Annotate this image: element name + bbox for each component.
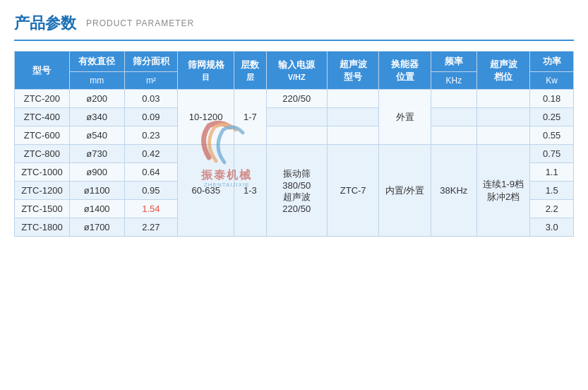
cell-model: ZTC-600 xyxy=(15,126,70,145)
col-area-unit: m² xyxy=(124,72,178,90)
cell-gear: 连续1-9档 脉冲2档 xyxy=(476,145,530,237)
cell-area: 1.54 xyxy=(124,200,178,218)
col-diam: 有效直径 xyxy=(69,52,124,72)
page-wrapper: 产品参数 PRODUCT PARAMETER 型号 有效直径 xyxy=(0,0,588,390)
cell-trans-model xyxy=(327,108,378,126)
cell-trans-pos: 内置/外置 xyxy=(379,145,431,237)
cell-mesh: 60-635 xyxy=(178,145,234,237)
cell-area: 2.27 xyxy=(124,218,178,237)
cell-area: 0.95 xyxy=(124,182,178,200)
cell-diameter: ø200 xyxy=(69,90,124,108)
cell-freq xyxy=(431,90,476,108)
cell-power-kw: 0.55 xyxy=(530,126,574,145)
cell-area: 0.09 xyxy=(124,108,178,126)
cell-diameter: ø540 xyxy=(69,126,124,145)
cell-power-input: 220/50 xyxy=(266,90,327,108)
cell-trans-pos: 外置 xyxy=(379,90,431,145)
col-mesh: 筛网规格目 xyxy=(178,52,234,90)
col-kw-unit: Kw xyxy=(530,72,574,90)
cell-layers: 1-3 xyxy=(234,145,266,237)
cell-power-kw: 0.25 xyxy=(530,108,574,126)
cell-freq: 38KHz xyxy=(431,145,476,237)
cell-area: 0.23 xyxy=(124,126,178,145)
cell-power-kw: 2.2 xyxy=(530,200,574,218)
cell-trans-model xyxy=(327,126,378,145)
page-title-en: PRODUCT PARAMETER xyxy=(86,18,194,28)
col-diam-unit: mm xyxy=(69,72,124,90)
col-trans-model: 超声波型号 xyxy=(327,52,378,90)
cell-diameter: ø340 xyxy=(69,108,124,126)
cell-power-kw: 1.5 xyxy=(530,182,574,200)
cell-layers: 1-7 xyxy=(234,90,266,145)
col-trans-pos: 换能器位置 xyxy=(379,52,431,90)
cell-model: ZTC-800 xyxy=(15,145,70,163)
cell-diameter: ø1100 xyxy=(69,182,124,200)
cell-diameter: ø1400 xyxy=(69,200,124,218)
cell-freq xyxy=(431,108,476,126)
cell-diameter: ø730 xyxy=(69,145,124,163)
col-layers: 层数层 xyxy=(234,52,266,90)
cell-model: ZTC-1000 xyxy=(15,163,70,182)
cell-model: ZTC-1200 xyxy=(15,182,70,200)
cell-model: ZTC-1800 xyxy=(15,218,70,237)
cell-model: ZTC-1500 xyxy=(15,200,70,218)
cell-model: ZTC-400 xyxy=(15,108,70,126)
cell-area: 0.42 xyxy=(124,145,178,163)
cell-diameter: ø900 xyxy=(69,163,124,182)
col-freq-unit: KHz xyxy=(431,72,476,90)
cell-power-kw: 0.75 xyxy=(530,145,574,163)
cell-diameter: ø1700 xyxy=(69,218,124,237)
col-gear: 超声波档位 xyxy=(476,52,530,90)
cell-power-kw: 1.1 xyxy=(530,163,574,182)
table-container: 型号 有效直径 筛分面积 筛网规格目 层数层 输入电源V/HZ 超声波型号 换能… xyxy=(14,51,574,237)
page-header: 产品参数 PRODUCT PARAMETER xyxy=(14,13,574,41)
cell-area: 0.03 xyxy=(124,90,178,108)
cell-gear xyxy=(476,126,530,145)
col-kw: 功率 xyxy=(530,52,574,72)
product-param-table: 型号 有效直径 筛分面积 筛网规格目 层数层 输入电源V/HZ 超声波型号 换能… xyxy=(14,51,574,237)
col-area: 筛分面积 xyxy=(124,52,178,72)
cell-trans-model xyxy=(327,90,378,108)
cell-power-input xyxy=(266,108,327,126)
cell-area: 0.64 xyxy=(124,163,178,182)
cell-power-kw: 3.0 xyxy=(530,218,574,237)
col-power-input: 输入电源V/HZ xyxy=(266,52,327,90)
cell-gear xyxy=(476,90,530,108)
cell-mesh: 10-1200 xyxy=(178,90,234,145)
col-model: 型号 xyxy=(15,52,70,90)
cell-model: ZTC-200 xyxy=(15,90,70,108)
cell-gear xyxy=(476,108,530,126)
cell-power-kw: 0.18 xyxy=(530,90,574,108)
col-freq: 频率 xyxy=(431,52,476,72)
cell-freq xyxy=(431,126,476,145)
page-title-cn: 产品参数 xyxy=(14,13,76,34)
cell-trans-model: ZTC-7 xyxy=(327,145,378,237)
cell-power-input: 振动筛 380/50 超声波 220/50 xyxy=(266,145,327,237)
cell-power-input xyxy=(266,126,327,145)
